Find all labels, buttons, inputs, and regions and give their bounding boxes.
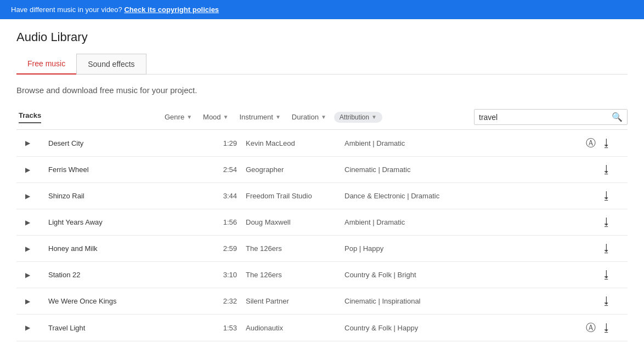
- track-tags: Dance & Electronic | Dramatic: [340, 183, 573, 209]
- download-icon[interactable]: ⭳: [601, 163, 612, 176]
- mood-filter-button[interactable]: Mood ▼: [197, 111, 234, 123]
- play-button[interactable]: ▶: [21, 269, 35, 281]
- mood-dropdown-icon: ▼: [223, 114, 229, 120]
- track-actions: ⭳: [573, 183, 628, 209]
- track-duration: 1:29: [197, 130, 241, 157]
- instrument-dropdown-icon: ▼: [275, 114, 281, 120]
- filter-area: Tracks Genre ▼ Mood ▼ Instrument ▼ Durat…: [16, 106, 628, 130]
- table-row: ▶ Light Years Away 1:56 Doug Maxwell Amb…: [16, 209, 628, 236]
- search-input[interactable]: [479, 113, 612, 122]
- track-name: Light Years Away: [44, 209, 197, 236]
- tabs-container: Free music Sound effects: [16, 53, 628, 75]
- track-name: Ferris Wheel: [44, 157, 197, 183]
- track-duration: 1:56: [197, 209, 241, 236]
- track-tags: Ambient | Dramatic: [340, 209, 573, 236]
- play-button[interactable]: ▶: [21, 295, 35, 307]
- track-artist: Audionautix: [241, 315, 340, 341]
- track-name: Travel Light: [44, 315, 197, 341]
- genre-filter-button[interactable]: Genre ▼: [159, 111, 197, 123]
- play-button[interactable]: ▶: [21, 190, 35, 202]
- download-icon[interactable]: ⭳: [601, 242, 612, 255]
- track-name: Honey and Milk: [44, 236, 197, 262]
- tracks-label: Tracks: [19, 111, 41, 123]
- instrument-filter-button[interactable]: Instrument ▼: [234, 111, 286, 123]
- copyright-link[interactable]: Check its copyright policies: [124, 5, 219, 14]
- table-row: ▶ Shinzo Rail 3:44 Freedom Trail Studio …: [16, 183, 628, 209]
- download-icon[interactable]: ⭳: [601, 268, 612, 281]
- play-button[interactable]: ▶: [21, 137, 35, 149]
- play-button[interactable]: ▶: [21, 322, 35, 334]
- track-tags: Cinematic | Dramatic: [340, 157, 573, 183]
- track-tags: Ambient | Dramatic: [340, 130, 573, 157]
- download-icon[interactable]: ⭳: [601, 190, 612, 202]
- tab-free-music[interactable]: Free music: [16, 54, 76, 75]
- track-list: ▶ Desert City 1:29 Kevin MacLeod Ambient…: [16, 130, 628, 341]
- track-actions: ⭳: [573, 262, 628, 288]
- track-duration: 2:59: [197, 236, 241, 262]
- table-row: ▶ Travel Light 1:53 Audionautix Country …: [16, 315, 628, 341]
- track-actions: ⭳: [573, 157, 628, 183]
- track-duration: 2:54: [197, 157, 241, 183]
- track-artist: Geographer: [241, 157, 340, 183]
- track-tags: Country & Folk | Happy: [340, 315, 573, 341]
- tab-sound-effects[interactable]: Sound effects: [76, 54, 146, 75]
- main-container: Audio Library Free music Sound effects B…: [0, 19, 644, 352]
- download-icon[interactable]: ⭳: [601, 295, 612, 307]
- info-icon[interactable]: Ⓐ: [586, 136, 596, 150]
- track-actions: ⭳: [573, 236, 628, 262]
- genre-dropdown-icon: ▼: [187, 114, 192, 120]
- play-button[interactable]: ▶: [21, 216, 35, 228]
- track-artist: Silent Partner: [241, 288, 340, 315]
- track-artist: Kevin MacLeod: [241, 130, 340, 157]
- track-duration: 2:32: [197, 288, 241, 315]
- search-icon: 🔍: [612, 112, 623, 122]
- track-artist: Freedom Trail Studio: [241, 183, 340, 209]
- track-duration: 3:44: [197, 183, 241, 209]
- track-tags: Country & Folk | Bright: [340, 262, 573, 288]
- track-artist: The 126ers: [241, 236, 340, 262]
- track-name: We Were Once Kings: [44, 288, 197, 315]
- copyright-banner: Have different music in your video? Chec…: [0, 0, 644, 19]
- track-artist: The 126ers: [241, 262, 340, 288]
- track-tags: Cinematic | Inspirational: [340, 288, 573, 315]
- duration-filter-button[interactable]: Duration ▼: [286, 111, 332, 123]
- track-tags: Pop | Happy: [340, 236, 573, 262]
- track-duration: 3:10: [197, 262, 241, 288]
- track-actions: Ⓐ ⭳: [573, 315, 628, 341]
- banner-text: Have different music in your video?: [11, 5, 122, 14]
- page-title: Audio Library: [16, 30, 628, 44]
- download-icon[interactable]: ⭳: [601, 216, 612, 228]
- info-icon[interactable]: Ⓐ: [586, 321, 596, 334]
- table-row: ▶ Ferris Wheel 2:54 Geographer Cinematic…: [16, 157, 628, 183]
- table-row: ▶ Honey and Milk 2:59 The 126ers Pop | H…: [16, 236, 628, 262]
- attribution-dropdown-icon: ▼: [371, 114, 377, 120]
- track-name: Desert City: [44, 130, 197, 157]
- track-artist: Doug Maxwell: [241, 209, 340, 236]
- track-actions: ⭳: [573, 209, 628, 236]
- music-table: ▶ Desert City 1:29 Kevin MacLeod Ambient…: [16, 130, 628, 341]
- play-button[interactable]: ▶: [21, 164, 35, 176]
- table-row: ▶ We Were Once Kings 2:32 Silent Partner…: [16, 288, 628, 315]
- track-duration: 1:53: [197, 315, 241, 341]
- track-name: Shinzo Rail: [44, 183, 197, 209]
- search-box: 🔍: [474, 109, 628, 125]
- table-row: ▶ Desert City 1:29 Kevin MacLeod Ambient…: [16, 130, 628, 157]
- track-actions: ⭳: [573, 288, 628, 315]
- table-row: ▶ Station 22 3:10 The 126ers Country & F…: [16, 262, 628, 288]
- download-icon[interactable]: ⭳: [601, 322, 612, 334]
- page-subtitle: Browse and download free music for your …: [16, 85, 628, 95]
- download-icon[interactable]: ⭳: [601, 137, 612, 150]
- play-button[interactable]: ▶: [21, 243, 35, 255]
- attribution-filter-button[interactable]: Attribution ▼: [334, 112, 382, 123]
- track-actions: Ⓐ ⭳: [573, 130, 628, 157]
- track-name: Station 22: [44, 262, 197, 288]
- duration-dropdown-icon: ▼: [321, 114, 326, 120]
